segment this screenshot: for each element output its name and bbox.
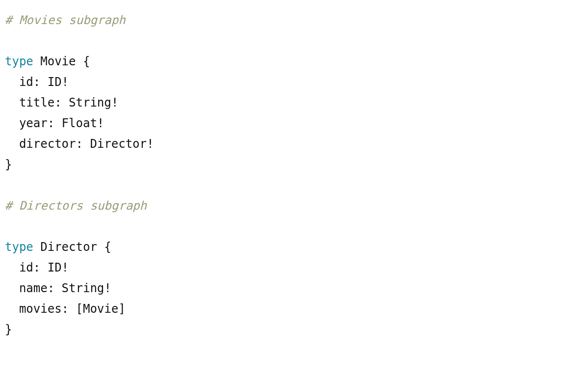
close-brace-director: }: [5, 323, 12, 336]
field-name: name: String!: [5, 281, 111, 295]
field-title: title: String!: [5, 96, 118, 109]
code-block: # Movies subgraph type Movie { id: ID! t…: [5, 10, 583, 340]
keyword-type: type: [5, 55, 33, 68]
field-id-movie: id: ID!: [5, 75, 69, 89]
field-movies: movies: [Movie]: [5, 302, 126, 316]
field-director: director: Director!: [5, 137, 154, 151]
field-id-director: id: ID!: [5, 261, 69, 274]
close-brace-movie: }: [5, 158, 12, 171]
type-director-open: Director {: [33, 240, 111, 254]
comment-directors-subgraph: # Directors subgraph: [5, 199, 147, 213]
comment-movies-subgraph: # Movies subgraph: [5, 13, 126, 27]
type-movie-open: Movie {: [33, 55, 90, 68]
keyword-type: type: [5, 240, 33, 254]
field-year: year: Float!: [5, 116, 104, 130]
